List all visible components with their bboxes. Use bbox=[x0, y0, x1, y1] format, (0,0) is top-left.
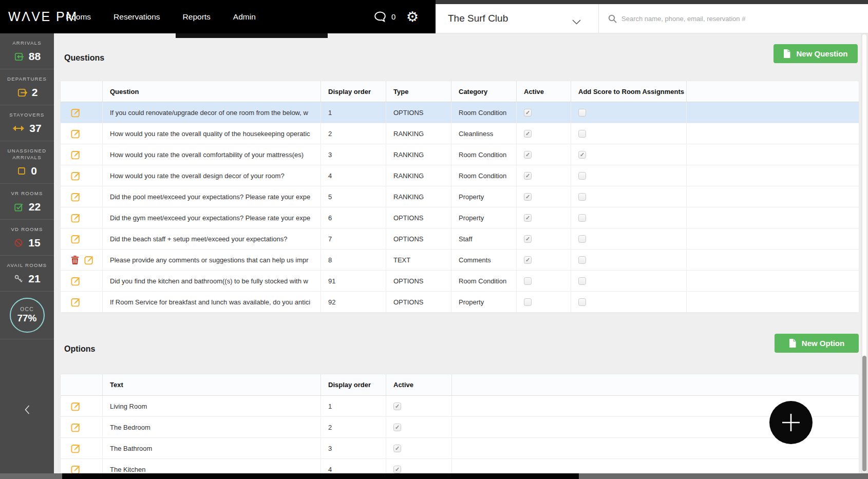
key-icon bbox=[13, 274, 24, 284]
column-header-type: Type bbox=[386, 81, 451, 102]
sidebar-stat-avail-rooms[interactable]: AVAIL ROOMS21 bbox=[0, 256, 54, 292]
edit-icon[interactable] bbox=[71, 128, 81, 139]
stat-label: AVAIL ROOMS bbox=[2, 262, 52, 269]
horizontal-scrollbar-thumb[interactable] bbox=[62, 473, 579, 479]
add-score-checkbox-checked[interactable]: ✓ bbox=[578, 151, 586, 159]
question-row: Did you find the kitchen and bathroom((s… bbox=[61, 271, 859, 292]
question-row: Did the pool meet/exceed your expectatio… bbox=[61, 186, 859, 207]
add-score-checkbox-unchecked[interactable] bbox=[578, 298, 586, 306]
nav-item-reservations[interactable]: Reservations bbox=[114, 12, 160, 22]
vertical-scrollbar-thumb[interactable] bbox=[862, 356, 866, 471]
questions-section-title: Questions bbox=[64, 53, 104, 63]
question-category: Room Condition bbox=[451, 102, 517, 123]
search-input[interactable] bbox=[620, 14, 848, 23]
active-checkbox-checked[interactable]: ✓ bbox=[524, 193, 532, 201]
question-type: RANKING bbox=[386, 165, 451, 186]
top-navbar: WΛVE PM RoomsReservationsReportsAdmin 0 … bbox=[0, 0, 436, 33]
question-category: Room Condition bbox=[451, 165, 517, 186]
question-type: RANKING bbox=[386, 144, 451, 165]
active-checkbox-checked[interactable]: ✓ bbox=[524, 172, 532, 180]
column-header-question: Question bbox=[103, 81, 321, 102]
horizontal-scrollbar bbox=[0, 473, 868, 479]
active-checkbox-checked[interactable]: ✓ bbox=[524, 109, 532, 117]
active-checkbox-unchecked[interactable] bbox=[524, 277, 532, 285]
column-header-blank-7 bbox=[687, 81, 859, 102]
chat-icon[interactable] bbox=[373, 11, 387, 23]
option-text: The Bathroom bbox=[103, 438, 321, 458]
trash-icon[interactable] bbox=[71, 255, 79, 265]
column-header-active: Active bbox=[517, 81, 571, 102]
active-checkbox-checked[interactable]: ✓ bbox=[524, 130, 532, 138]
new-option-button[interactable]: New Option bbox=[775, 334, 859, 353]
add-fab-button[interactable] bbox=[769, 401, 813, 444]
edit-icon[interactable] bbox=[71, 234, 81, 244]
sidebar-stat-arrivals[interactable]: ARRIVALS88 bbox=[0, 33, 54, 69]
edit-icon[interactable] bbox=[71, 170, 81, 181]
active-checkbox-checked[interactable]: ✓ bbox=[393, 445, 401, 452]
active-checkbox-checked[interactable]: ✓ bbox=[393, 466, 401, 473]
horizontal-scrollbar-top[interactable] bbox=[176, 33, 328, 38]
column-header-display-order: Display order bbox=[321, 374, 386, 395]
occupancy-gauge: OCC 77% bbox=[0, 292, 54, 339]
option-row: The Bedroom2✓ bbox=[61, 417, 859, 438]
edit-icon[interactable] bbox=[71, 297, 81, 307]
option-display-order: 2 bbox=[321, 417, 386, 437]
edit-icon[interactable] bbox=[84, 255, 95, 265]
edit-icon[interactable] bbox=[71, 443, 81, 453]
question-category: Room Condition bbox=[451, 144, 517, 165]
add-score-checkbox-unchecked[interactable] bbox=[578, 277, 586, 285]
column-header-add-score-to-room-assignments: Add Score to Room Assignments bbox=[571, 81, 687, 102]
add-score-checkbox-unchecked[interactable] bbox=[578, 193, 586, 201]
active-checkbox-checked[interactable]: ✓ bbox=[524, 151, 532, 159]
question-row: Did the gym meet/exceed your expectation… bbox=[61, 207, 859, 228]
edit-icon[interactable] bbox=[71, 276, 81, 286]
column-header-display-order: Display order bbox=[321, 81, 386, 102]
active-checkbox-checked[interactable]: ✓ bbox=[393, 424, 401, 431]
departures-icon bbox=[16, 87, 27, 98]
column-header-blank-0 bbox=[61, 81, 103, 102]
edit-icon[interactable] bbox=[71, 464, 81, 474]
active-checkbox-unchecked[interactable] bbox=[524, 298, 532, 306]
edit-icon[interactable] bbox=[71, 401, 81, 411]
sidebar-stat-vd-rooms[interactable]: VD ROOMS15 bbox=[0, 220, 54, 256]
question-row: Please provide any comments or suggestio… bbox=[61, 250, 859, 271]
edit-icon[interactable] bbox=[71, 107, 81, 118]
add-score-checkbox-unchecked[interactable] bbox=[578, 235, 586, 243]
add-score-checkbox-unchecked[interactable] bbox=[578, 256, 586, 264]
sidebar-stat-stayovers[interactable]: STAYOVERS37 bbox=[0, 105, 54, 141]
question-display-order: 92 bbox=[321, 292, 386, 312]
question-display-order: 91 bbox=[321, 271, 386, 291]
sidebar-stat-departures[interactable]: DEPARTURES2 bbox=[0, 69, 54, 105]
edit-icon[interactable] bbox=[71, 191, 81, 202]
sidebar-stat-unassigned-arrivals[interactable]: UNASSIGNED ARRIVALS0 bbox=[0, 141, 54, 184]
edit-icon[interactable] bbox=[71, 422, 81, 432]
edit-icon[interactable] bbox=[71, 149, 81, 160]
nav-item-admin[interactable]: Admin bbox=[233, 12, 256, 22]
add-score-checkbox-unchecked[interactable] bbox=[578, 172, 586, 180]
nav-item-rooms[interactable]: Rooms bbox=[66, 12, 91, 22]
question-text: If you could renovate/upgrade decor of o… bbox=[103, 102, 321, 123]
add-score-checkbox-unchecked[interactable] bbox=[578, 130, 586, 138]
question-display-order: 8 bbox=[321, 250, 386, 270]
sidebar-collapse-button[interactable] bbox=[0, 404, 54, 415]
active-checkbox-checked[interactable]: ✓ bbox=[524, 235, 532, 243]
active-checkbox-checked[interactable]: ✓ bbox=[524, 214, 532, 222]
edit-icon[interactable] bbox=[71, 213, 81, 223]
unassigned-icon bbox=[17, 166, 26, 176]
property-selector[interactable]: The Surf Club bbox=[436, 4, 598, 33]
sidebar-stat-vr-rooms[interactable]: VR ROOMS22 bbox=[0, 184, 54, 220]
app-window: WΛVE PM RoomsReservationsReportsAdmin 0 … bbox=[0, 0, 868, 479]
stat-value: 0 bbox=[31, 165, 37, 177]
nav-item-reports[interactable]: Reports bbox=[183, 12, 211, 22]
active-checkbox-checked[interactable]: ✓ bbox=[393, 403, 401, 410]
add-score-checkbox-unchecked[interactable] bbox=[578, 214, 586, 222]
settings-gear-icon[interactable]: ⚙ bbox=[406, 0, 419, 33]
plus-icon bbox=[769, 401, 813, 444]
question-type: TEXT bbox=[386, 250, 451, 270]
question-text: How would you rate the overall quality o… bbox=[103, 123, 321, 144]
add-score-checkbox-unchecked[interactable] bbox=[578, 109, 586, 117]
active-checkbox-checked[interactable]: ✓ bbox=[524, 256, 532, 264]
column-header-text: Text bbox=[103, 374, 321, 395]
vr-rooms-icon bbox=[13, 202, 24, 213]
new-question-button[interactable]: New Question bbox=[773, 44, 858, 63]
